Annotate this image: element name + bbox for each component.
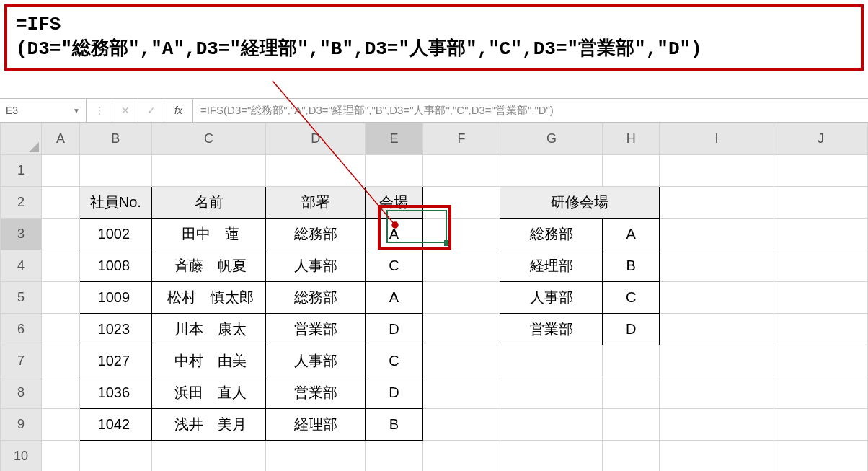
cell[interactable] (151, 155, 266, 187)
cell[interactable] (42, 441, 80, 472)
cell[interactable] (42, 155, 80, 187)
cell[interactable] (500, 345, 603, 377)
table-row[interactable]: 総務部 (266, 219, 366, 250)
cell[interactable] (79, 441, 151, 472)
table-row[interactable]: 1042 (79, 409, 151, 441)
cell[interactable] (42, 409, 80, 441)
table1-header-no[interactable]: 社員No. (79, 187, 151, 219)
cell[interactable] (603, 155, 660, 187)
table-row[interactable]: 田中 蓮 (151, 219, 266, 250)
cancel-icon[interactable]: ✕ (112, 99, 138, 122)
cell[interactable] (774, 409, 868, 441)
cell[interactable] (660, 155, 774, 187)
cell[interactable] (422, 314, 500, 345)
row-header-1[interactable]: 1 (1, 155, 42, 187)
table-row[interactable]: 中村 由美 (151, 345, 266, 377)
row-header-4[interactable]: 4 (1, 250, 42, 282)
cell[interactable] (42, 282, 80, 314)
table-row[interactable]: B (603, 250, 660, 282)
cell[interactable] (774, 441, 868, 472)
table-row[interactable]: 営業部 (500, 314, 603, 345)
cell[interactable] (660, 345, 774, 377)
chevron-down-icon[interactable]: ▼ (73, 107, 80, 115)
cell[interactable] (660, 409, 774, 441)
row-header-5[interactable]: 5 (1, 282, 42, 314)
cell[interactable] (774, 282, 868, 314)
col-header-F[interactable]: F (422, 123, 500, 155)
select-all-corner[interactable] (1, 123, 42, 155)
table-row[interactable]: C (366, 345, 422, 377)
col-header-E[interactable]: E (366, 123, 422, 155)
cell[interactable] (422, 187, 500, 219)
spreadsheet-grid[interactable]: A B C D E F G H I J 1 2 社員No. 名前 部署 会場 研… (0, 123, 868, 471)
table1-header-dept[interactable]: 部署 (266, 187, 366, 219)
cell[interactable] (774, 377, 868, 409)
confirm-icon[interactable]: ✓ (138, 99, 164, 122)
cell[interactable] (266, 441, 366, 472)
selected-cell[interactable]: A (366, 219, 422, 250)
table-row[interactable]: 総務部 (500, 219, 603, 250)
table1-header-venue[interactable]: 会場 (366, 187, 422, 219)
cell[interactable] (422, 155, 500, 187)
cell[interactable] (774, 314, 868, 345)
table-row[interactable]: A (603, 219, 660, 250)
col-header-C[interactable]: C (151, 123, 266, 155)
table2-header[interactable]: 研修会場 (500, 187, 660, 219)
cell[interactable] (266, 155, 366, 187)
col-header-A[interactable]: A (42, 123, 80, 155)
cell[interactable] (500, 155, 603, 187)
table-row[interactable]: 川本 康太 (151, 314, 266, 345)
cell[interactable] (660, 377, 774, 409)
cell[interactable] (42, 250, 80, 282)
cell[interactable] (500, 377, 603, 409)
cell[interactable] (422, 377, 500, 409)
row-header-6[interactable]: 6 (1, 314, 42, 345)
cell[interactable] (660, 282, 774, 314)
cell[interactable] (774, 187, 868, 219)
fx-icon[interactable]: fx (164, 99, 193, 122)
cell[interactable] (774, 155, 868, 187)
cell[interactable] (422, 409, 500, 441)
cell[interactable] (79, 155, 151, 187)
name-box[interactable]: E3 ▼ (0, 99, 87, 122)
table-row[interactable]: 1036 (79, 377, 151, 409)
col-header-H[interactable]: H (603, 123, 660, 155)
cell[interactable] (660, 314, 774, 345)
cell[interactable] (422, 250, 500, 282)
cell[interactable] (151, 441, 266, 472)
table-row[interactable]: 1023 (79, 314, 151, 345)
cell[interactable] (366, 155, 422, 187)
table-row[interactable]: C (603, 282, 660, 314)
cell[interactable] (42, 345, 80, 377)
formula-more-icon[interactable]: ⋮ (87, 99, 112, 122)
table-row[interactable]: 人事部 (266, 250, 366, 282)
table-row[interactable]: A (366, 282, 422, 314)
table-row[interactable]: 松村 慎太郎 (151, 282, 266, 314)
cell[interactable] (366, 441, 422, 472)
table-row[interactable]: C (366, 250, 422, 282)
table-row[interactable]: 1002 (79, 219, 151, 250)
table-row[interactable]: B (366, 409, 422, 441)
col-header-D[interactable]: D (266, 123, 366, 155)
col-header-B[interactable]: B (79, 123, 151, 155)
cell[interactable] (774, 219, 868, 250)
row-header-3[interactable]: 3 (1, 219, 42, 250)
cell[interactable] (500, 409, 603, 441)
cell[interactable] (774, 345, 868, 377)
cell[interactable] (774, 250, 868, 282)
table-row[interactable]: 経理部 (266, 409, 366, 441)
col-header-G[interactable]: G (500, 123, 603, 155)
cell[interactable] (660, 219, 774, 250)
table-row[interactable]: 斉藤 帆夏 (151, 250, 266, 282)
cell[interactable] (660, 441, 774, 472)
table-row[interactable]: D (366, 377, 422, 409)
col-header-J[interactable]: J (774, 123, 868, 155)
table-row[interactable]: 浅井 美月 (151, 409, 266, 441)
cell[interactable] (603, 441, 660, 472)
cell[interactable] (603, 345, 660, 377)
cell[interactable] (660, 187, 774, 219)
cell[interactable] (500, 441, 603, 472)
cell[interactable] (422, 345, 500, 377)
table-row[interactable]: D (366, 314, 422, 345)
row-header-8[interactable]: 8 (1, 377, 42, 409)
